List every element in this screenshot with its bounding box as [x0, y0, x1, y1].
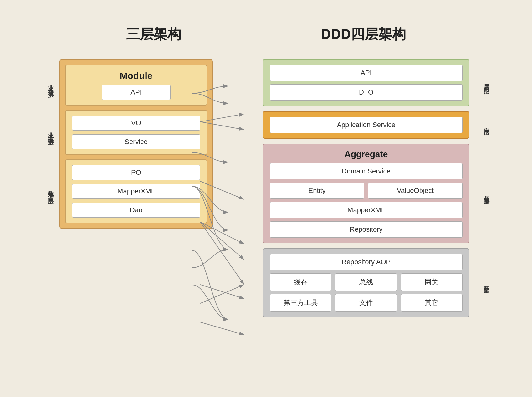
left-layer-2: 业务逻辑层 VO Service — [65, 110, 207, 155]
left-layer-1: 业务接口层 Module API — [65, 65, 207, 106]
infra-layer-label: 基础层 — [473, 248, 501, 317]
domain-layer-label: 领域层 — [473, 144, 501, 243]
svg-line-8 — [200, 322, 244, 335]
dao-box: Dao — [72, 203, 200, 218]
mapperxml-box-left: MapperXML — [72, 184, 200, 199]
domain-service-box: Domain Service — [270, 163, 463, 179]
module-title: Module — [72, 70, 200, 81]
entity-box: Entity — [270, 183, 364, 199]
gateway-box: 网关 — [401, 273, 463, 291]
po-box: PO — [72, 165, 200, 180]
ddd-appservice-box: Application Service — [270, 117, 463, 133]
file-box: 文件 — [335, 294, 397, 312]
vo-box: VO — [72, 116, 200, 131]
left-layer-3: 数据访问层 PO MapperXML Dao — [65, 159, 207, 223]
ddd-app-layer: Application Service 应用层 — [263, 111, 501, 139]
left-title: 三层架构 — [126, 25, 181, 44]
repository-aop-box: Repository AOP — [270, 254, 463, 270]
right-title: DDD四层架构 — [321, 25, 406, 44]
ddd-dto-box: DTO — [270, 84, 463, 101]
left-layer2-label: 业务逻辑层 — [38, 111, 63, 154]
cache-box: 缓存 — [270, 273, 331, 291]
service-box: Service — [72, 134, 200, 149]
ddd-domain-layer: Aggregate Domain Service Entity ValueObj… — [263, 144, 501, 243]
thirdparty-box: 第三方工具 — [270, 294, 331, 312]
mapperxml-box-right: MapperXML — [270, 202, 463, 218]
ddd-api-box: API — [270, 65, 463, 81]
left-layer1-label: 业务接口层 — [38, 65, 63, 105]
ddd-infra-layer: Repository AOP 缓存 总线 网关 第三方工具 文件 其它 基础层 — [263, 248, 501, 317]
aggregate-title: Aggregate — [270, 149, 463, 159]
ddd-ui-layer: API DTO 用户接口层 — [263, 59, 501, 106]
other-box: 其它 — [401, 294, 463, 312]
left-api-box: API — [102, 85, 171, 100]
bus-box: 总线 — [335, 273, 397, 291]
ui-layer-label: 用户接口层 — [473, 59, 501, 106]
valueobject-box: ValueObject — [368, 183, 463, 199]
three-layer-container: 业务接口层 Module API 业务逻辑层 VO Service 数据 — [59, 59, 213, 229]
left-layer3-label: 数据访问层 — [38, 160, 63, 223]
repository-box: Repository — [270, 221, 463, 238]
app-layer-label: 应用层 — [473, 111, 501, 139]
